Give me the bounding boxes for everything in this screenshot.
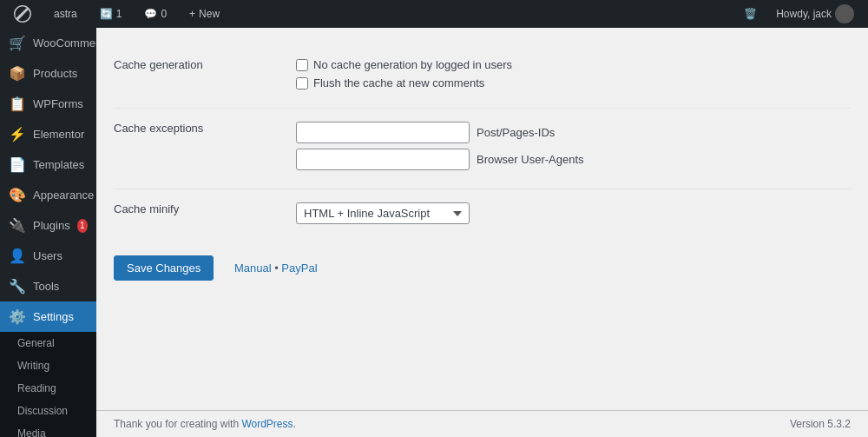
no-cache-label[interactable]: No cache generation by logged in users — [296, 58, 842, 71]
updates-button[interactable]: 🔄 1 — [93, 0, 129, 28]
no-cache-checkbox[interactable] — [296, 59, 308, 71]
sidebar-item-tools[interactable]: 🔧 Tools — [0, 271, 96, 301]
browser-user-agents-input[interactable] — [296, 149, 470, 170]
comments-icon: 💬 — [144, 8, 157, 20]
footer-links: Manual • PayPal — [234, 262, 318, 275]
submenu-label-discussion: Discussion — [17, 405, 68, 417]
footer-credit: Thank you for creating with WordPress. — [114, 418, 296, 430]
howdy-label: Howdy, jack — [776, 8, 832, 20]
sidebar-label-products: Products — [33, 67, 77, 80]
cache-minify-row: Cache minify HTML + Inline JavaScript HT… — [114, 189, 851, 238]
manual-link[interactable]: Manual — [234, 262, 272, 275]
link-separator: • — [274, 262, 279, 275]
sidebar-label-tools: Tools — [33, 280, 59, 293]
site-name-button[interactable]: astra — [47, 0, 84, 28]
wpforms-icon: 📋 — [9, 96, 26, 112]
elementor-icon: ⚡ — [9, 126, 26, 142]
sidebar-label-users: Users — [33, 249, 62, 262]
sidebar-item-products[interactable]: 📦 Products — [0, 58, 96, 89]
cache-minify-label: Cache minify — [114, 189, 287, 238]
sidebar-label-settings: Settings — [33, 310, 74, 323]
submenu-label-writing: Writing — [17, 360, 49, 372]
thank-you-text: Thank you for creating with — [114, 418, 241, 430]
woocommerce-icon: 🛒 — [9, 35, 26, 51]
post-pages-input-row: Post/Pages-IDs — [296, 122, 842, 143]
wordpress-link[interactable]: WordPress — [241, 418, 293, 430]
cache-generation-label: Cache generation — [114, 45, 287, 109]
avatar — [835, 4, 854, 23]
sidebar-item-plugins[interactable]: 🔌 Plugins 1 — [0, 210, 96, 241]
post-pages-ids-input[interactable] — [296, 122, 470, 143]
sidebar-label-wpforms: WPForms — [33, 97, 83, 110]
footer-period: . — [293, 418, 296, 430]
sidebar-label-elementor: Elementor — [33, 128, 84, 141]
sidebar-item-elementor[interactable]: ⚡ Elementor — [0, 119, 96, 149]
flush-cache-label[interactable]: Flush the cache at new comments — [296, 76, 842, 89]
version-label: Version 5.3.2 — [790, 418, 851, 430]
new-label: New — [199, 8, 220, 20]
trash-icon-button[interactable]: 🗑️ — [737, 0, 764, 28]
sidebar-label-appearance: Appearance — [33, 189, 94, 202]
submenu-label-general: General — [17, 337, 55, 349]
sidebar-label-plugins: Plugins — [33, 219, 70, 232]
sidebar-item-woocommerce[interactable]: 🛒 WooCommerce — [0, 28, 96, 58]
admin-bar: astra 🔄 1 💬 0 + New 🗑️ Howdy, jack — [0, 0, 868, 28]
sidebar-label-woocommerce: WooCommerce — [33, 36, 96, 50]
page-footer: Thank you for creating with WordPress. V… — [96, 410, 868, 437]
settings-submenu: General Writing Reading Discussion Media… — [0, 332, 96, 437]
sidebar-item-settings[interactable]: ⚙️ Settings — [0, 301, 96, 332]
cache-exceptions-label: Cache exceptions — [114, 109, 287, 189]
updates-count: 1 — [116, 8, 122, 20]
form-actions: Save Changes Manual • PayPal — [114, 255, 851, 281]
sidebar-item-wpforms[interactable]: 📋 WPForms — [0, 89, 96, 119]
submenu-label-reading: Reading — [17, 382, 56, 394]
browser-user-agents-input-row: Browser User-Agents — [296, 149, 842, 170]
content-area: Cache generation No cache generation by … — [96, 28, 868, 410]
submenu-reading[interactable]: Reading — [0, 377, 96, 400]
plus-icon: + — [189, 8, 195, 20]
site-name: astra — [54, 8, 77, 20]
plugins-icon: 🔌 — [9, 217, 26, 234]
browser-user-agents-label: Browser User-Agents — [477, 153, 584, 166]
users-icon: 👤 — [9, 248, 26, 264]
settings-icon: ⚙️ — [9, 308, 26, 325]
paypal-link[interactable]: PayPal — [281, 262, 317, 275]
comments-button[interactable]: 💬 0 — [137, 0, 174, 28]
submenu-general[interactable]: General — [0, 332, 96, 354]
sidebar-item-appearance[interactable]: 🎨 Appearance — [0, 180, 96, 210]
submenu-discussion[interactable]: Discussion — [0, 400, 96, 422]
save-changes-button[interactable]: Save Changes — [114, 255, 214, 281]
trash-icon: 🗑️ — [744, 8, 757, 20]
submenu-label-media: Media — [17, 427, 46, 437]
cache-exceptions-row: Cache exceptions Post/Pages-IDs Browser … — [114, 109, 851, 189]
cache-generation-row: Cache generation No cache generation by … — [114, 45, 851, 109]
cache-minify-select[interactable]: HTML + Inline JavaScript HTML only Disab… — [296, 202, 470, 224]
submenu-writing[interactable]: Writing — [0, 354, 96, 377]
flush-cache-checkbox[interactable] — [296, 77, 308, 89]
appearance-icon: 🎨 — [9, 187, 26, 203]
howdy-button[interactable]: Howdy, jack — [769, 0, 861, 28]
sidebar: 🛒 WooCommerce 📦 Products 📋 WPForms ⚡ Ele… — [0, 28, 96, 437]
plugins-badge: 1 — [77, 219, 88, 233]
sidebar-item-templates[interactable]: 📄 Templates — [0, 149, 96, 180]
tools-icon: 🔧 — [9, 278, 26, 295]
sidebar-item-users[interactable]: 👤 Users — [0, 241, 96, 271]
comments-count: 0 — [161, 8, 167, 20]
updates-icon: 🔄 — [100, 8, 113, 20]
post-pages-ids-label: Post/Pages-IDs — [477, 126, 555, 139]
submenu-media[interactable]: Media — [0, 422, 96, 437]
settings-form-table: Cache generation No cache generation by … — [114, 45, 851, 237]
templates-icon: 📄 — [9, 156, 26, 173]
new-content-button[interactable]: + New — [182, 0, 227, 28]
products-icon: 📦 — [9, 65, 26, 82]
wp-logo-button[interactable] — [7, 0, 38, 28]
sidebar-label-templates: Templates — [33, 158, 84, 171]
